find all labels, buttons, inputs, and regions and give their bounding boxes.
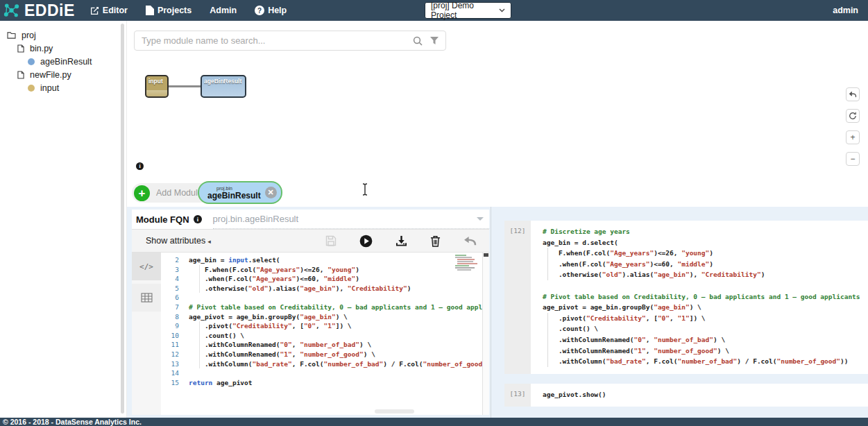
code-line[interactable]: 11 .withColumnRenamed("0", "number_of_ba…: [161, 340, 489, 350]
code-view-button[interactable]: </>: [132, 253, 161, 280]
indent-guide: [547, 334, 548, 346]
tab-agebinresult[interactable]: proj.bin ageBinResult ✕: [198, 181, 282, 204]
indent-guide: [199, 284, 200, 293]
line-number: 2: [161, 255, 185, 265]
tree-item-bin-py[interactable]: bin.py: [0, 42, 126, 55]
indent-guide: [199, 274, 200, 284]
editor-horizontal-scrollbar[interactable]: [375, 409, 414, 414]
code-text: [185, 368, 189, 378]
nav-item-admin[interactable]: Admin: [210, 6, 237, 15]
module-tab-bar: + Add Module proj.bin ageBinResult ✕: [127, 179, 868, 207]
code-line[interactable]: 5 .otherwise("old").alias("age_bin"), "C…: [161, 284, 489, 293]
plus-icon: +: [134, 185, 150, 201]
tree-item-agebinresult[interactable]: ageBinResult: [0, 55, 126, 68]
tree-item-input[interactable]: input: [0, 81, 126, 94]
code-text: .when(F.col("Age_years")<=60, "middle"): [185, 274, 359, 284]
indent-guide: [199, 350, 200, 359]
cell-code-line: .pivot("Creditability", ["0", "1"]) \: [543, 313, 868, 324]
scrollbar-thumb[interactable]: [484, 253, 488, 257]
code-line[interactable]: 14: [161, 368, 489, 378]
nav-item-projects[interactable]: Projects: [146, 6, 192, 15]
nav-item-editor[interactable]: Editor: [90, 6, 128, 15]
search-icon[interactable]: [413, 36, 423, 46]
code-text: # Pivot table based on Creditability, 0 …: [185, 303, 489, 312]
nav-item-help[interactable]: ? Help: [255, 6, 287, 15]
code-line[interactable]: 10 .count() \: [161, 331, 489, 341]
brand[interactable]: EDDiE: [3, 2, 75, 19]
module-dot-icon: [28, 58, 35, 65]
line-number: 15: [161, 378, 185, 388]
sidebar-scrollbar[interactable]: [121, 24, 124, 414]
zoom-out-button[interactable]: −: [846, 152, 860, 166]
code-line[interactable]: 6: [161, 293, 489, 303]
code-text: .count() \: [185, 331, 244, 341]
editor-vertical-scrollbar[interactable]: [482, 253, 489, 415]
user-menu[interactable]: admin: [833, 0, 858, 21]
editor-minimap[interactable]: [454, 254, 482, 273]
notebook-cell-13[interactable]: [13]age_pivot.show(): [504, 384, 868, 407]
code-editor[interactable]: </> 2age_bin = input.select(3 F.when(F.c…: [132, 253, 489, 415]
line-number: 10: [161, 331, 185, 341]
line-number: 11: [161, 340, 185, 350]
close-tab-icon[interactable]: ✕: [265, 187, 277, 198]
info-icon[interactable]: i: [136, 162, 144, 170]
zoom-in-button[interactable]: +: [846, 130, 860, 144]
code-line[interactable]: 7# Pivot table based on Creditability, 0…: [161, 303, 489, 312]
code-line[interactable]: 8age_pivot = age_bin.groupBy("age_bin") …: [161, 312, 489, 322]
file-icon: [17, 44, 24, 53]
eddie-logo-icon: [3, 2, 20, 19]
text-cursor: [361, 182, 369, 196]
graph-edge: [169, 85, 202, 87]
cell-code-line: .otherwise("old").alias("age_bin"), "Cre…: [543, 269, 868, 280]
code-line[interactable]: 15return age_pivot: [161, 378, 489, 388]
line-number: 14: [161, 368, 185, 378]
filter-funnel-icon[interactable]: [430, 37, 439, 45]
indent-guide: [199, 265, 200, 275]
show-attributes-toggle[interactable]: Show attributes◂: [146, 236, 211, 246]
cell-code-line: age_pivot.show(): [543, 389, 868, 400]
table-view-button[interactable]: [132, 284, 161, 312]
code-line[interactable]: 13 .withColumn("bad_rate", F.col("number…: [161, 359, 489, 369]
indent-guide: [547, 269, 548, 280]
editor-view-rail: </>: [132, 253, 161, 415]
code-text: age_pivot = age_bin.groupBy("age_bin") \: [185, 312, 348, 322]
download-button[interactable]: [395, 235, 407, 246]
undo-button[interactable]: [846, 87, 860, 101]
indent-guide: [547, 346, 548, 357]
tree-item-label: newFile.py: [30, 70, 71, 80]
nav-menu: Editor Projects Admin ? Help: [90, 6, 287, 15]
cell-code[interactable]: # Discretize age yearsage_bin = d.select…: [531, 221, 868, 374]
code-line[interactable]: 12 .withColumnRenamed("1", "number_of_go…: [161, 350, 489, 359]
tree-item-proj[interactable]: proj: [0, 28, 126, 42]
delete-button[interactable]: [430, 235, 441, 247]
indent-guide: [199, 359, 200, 369]
module-search-input[interactable]: [142, 35, 413, 46]
cell-code[interactable]: age_pivot.show(): [531, 384, 868, 407]
run-button[interactable]: [359, 235, 373, 248]
code-line[interactable]: 9 .pivot("Creditability", ["0", "1"]) \: [161, 321, 489, 331]
code-text: age_bin = input.select(: [185, 255, 280, 265]
refresh-button[interactable]: [846, 109, 860, 123]
tree-item-label: ageBinResult: [40, 57, 92, 67]
info-icon[interactable]: i: [194, 215, 202, 223]
indent-guide: [199, 321, 200, 331]
graph-node-agebinresult[interactable]: ageBinResult: [201, 75, 246, 98]
module-graph-canvas[interactable]: input ageBinResult i + −: [127, 21, 868, 179]
code-line[interactable]: 2age_bin = input.select(: [161, 255, 489, 265]
code-line[interactable]: 3 F.when(F.col("Age_years")<=26, "young"…: [161, 265, 489, 275]
save-button[interactable]: [325, 235, 337, 246]
code-text: .pivot("Creditability", ["0", "1"]) \: [185, 321, 352, 331]
graph-node-input[interactable]: input: [145, 75, 169, 98]
code-line[interactable]: 4 .when(F.col("Age_years")<=60, "middle"…: [161, 274, 489, 284]
tree-item-newfile-py[interactable]: newFile.py: [0, 68, 126, 81]
editor-pencil-icon: [90, 6, 99, 15]
undo-button[interactable]: [463, 236, 477, 246]
indent-guide: [547, 313, 548, 324]
file-icon: [17, 71, 24, 79]
notebook-cell-12[interactable]: [12]# Discretize age yearsage_bin = d.se…: [504, 221, 868, 374]
code-text: .withColumn("bad_rate", F.col("number_of…: [185, 359, 489, 369]
add-module-label: Add Module: [156, 188, 203, 198]
project-selector-dropdown[interactable]: [proj] Demo Project: [425, 2, 511, 19]
module-fqn-select[interactable]: proj.bin.ageBinResult: [213, 210, 489, 229]
code-text: [185, 293, 189, 303]
